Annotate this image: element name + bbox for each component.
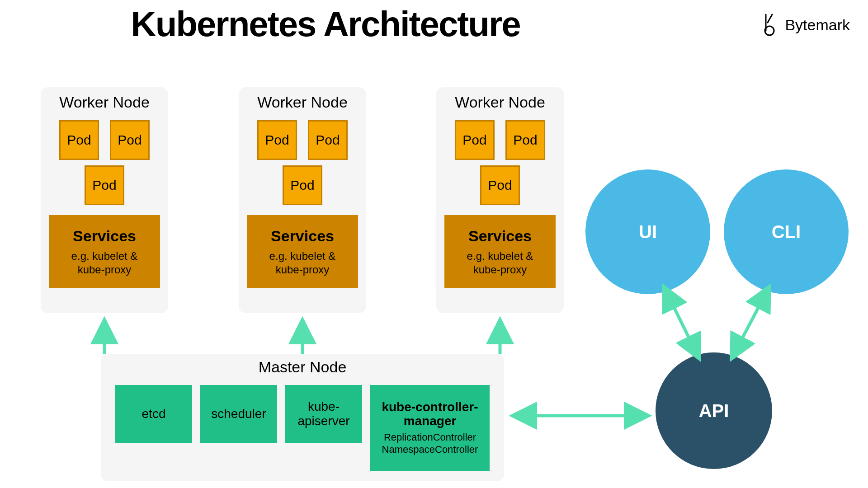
pod-box: Pod: [257, 120, 297, 160]
arrow-cli-api: [732, 288, 769, 357]
services-desc: e.g. kubelet &: [269, 249, 336, 263]
bytemark-icon: [761, 14, 779, 36]
brand-logo: Bytemark: [761, 14, 850, 36]
services-title: Services: [73, 227, 136, 245]
services-box: Services e.g. kubelet & kube-proxy: [247, 215, 358, 288]
worker-node-1: Worker Node Pod Pod Pod Services e.g. ku…: [41, 87, 168, 313]
services-desc: e.g. kubelet &: [467, 249, 533, 263]
pod-box: Pod: [59, 120, 99, 160]
worker-title: Worker Node: [239, 94, 366, 111]
kcm-sub2: NamespaceController: [382, 444, 478, 455]
master-scheduler: scheduler: [200, 385, 277, 443]
master-apiserver: kube- apiserver: [285, 385, 362, 443]
worker-title: Worker Node: [41, 94, 168, 111]
apiserver-line1: kube-: [308, 399, 340, 414]
master-etcd: etcd: [115, 385, 192, 443]
cli-circle: CLI: [724, 169, 849, 294]
services-desc: kube-proxy: [473, 263, 527, 277]
services-desc: kube-proxy: [78, 263, 132, 277]
pod-box: Pod: [480, 165, 520, 205]
services-box: Services e.g. kubelet & kube-proxy: [444, 215, 556, 288]
brand-text: Bytemark: [785, 16, 850, 34]
worker-node-2: Worker Node Pod Pod Pod Services e.g. ku…: [239, 87, 366, 313]
master-node: Master Node etcd scheduler kube- apiserv…: [101, 354, 504, 481]
kcm-title: kube-controller-manager: [374, 400, 486, 428]
diagram-title: Kubernetes Architecture: [0, 4, 651, 45]
worker-title: Worker Node: [436, 94, 564, 111]
services-desc: e.g. kubelet &: [71, 249, 138, 263]
pod-box: Pod: [283, 165, 322, 205]
services-desc: kube-proxy: [276, 263, 330, 277]
services-title: Services: [271, 227, 334, 245]
pod-box: Pod: [505, 120, 545, 160]
pod-box: Pod: [455, 120, 495, 160]
pod-box: Pod: [85, 165, 124, 205]
worker-node-3: Worker Node Pod Pod Pod Services e.g. ku…: [436, 87, 564, 313]
master-kcm: kube-controller-manager ReplicationContr…: [370, 385, 490, 471]
kcm-sub1: ReplicationController: [384, 432, 476, 443]
master-title: Master Node: [101, 358, 504, 376]
pod-box: Pod: [308, 120, 348, 160]
ui-circle: UI: [585, 169, 710, 294]
arrow-ui-api: [665, 288, 698, 357]
apiserver-line2: apiserver: [297, 414, 349, 428]
pod-box: Pod: [110, 120, 150, 160]
api-circle: API: [656, 352, 772, 469]
services-title: Services: [468, 227, 532, 245]
services-box: Services e.g. kubelet & kube-proxy: [49, 215, 160, 288]
